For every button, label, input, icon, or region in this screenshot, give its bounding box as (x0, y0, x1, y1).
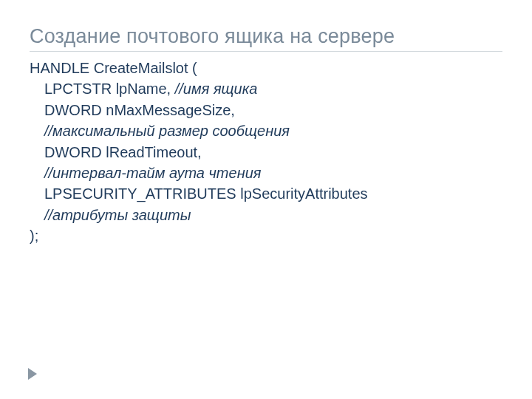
code-line: ); (30, 225, 502, 246)
code-line: LPCTSTR lpName, //имя ящика (44, 78, 502, 99)
code-text: LPCTSTR lpName, (44, 81, 175, 97)
code-comment: //интервал-тайм аута чтения (44, 163, 502, 183)
code-line: DWORD nMaxMessageSize, (44, 100, 502, 120)
code-line: LPSECURITY_ATTRIBUTES lpSecurityAttribut… (44, 183, 502, 204)
arrow-icon (28, 368, 37, 380)
code-comment: //атрибуты защиты (44, 205, 502, 225)
code-comment: //имя ящика (175, 81, 258, 97)
slide-title: Создание почтового ящика на сервере (30, 25, 502, 52)
code-line: HANDLE CreateMailslot ( (30, 58, 502, 78)
code-line: DWORD lReadTimeout, (44, 142, 502, 163)
slide-body: HANDLE CreateMailslot ( LPCTSTR lpName, … (30, 58, 502, 247)
code-comment: //максимальный размер сообщения (44, 120, 502, 141)
